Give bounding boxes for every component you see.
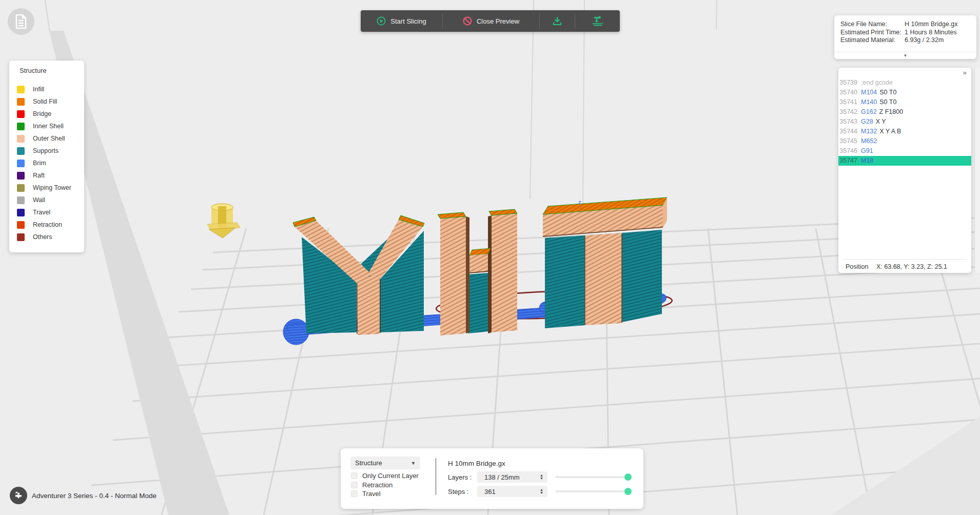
legend-item: Supports: [9, 145, 84, 157]
gcode-command: M104: [861, 88, 877, 97]
legend-swatch: [17, 147, 25, 155]
machine-status-text: Adventurer 3 Series - 0.4 - Normal Mode: [32, 492, 156, 500]
legend-label: Others: [33, 233, 52, 241]
gcode-line[interactable]: 35744 M132 X Y A B: [838, 127, 971, 136]
gcode-args: X Y: [876, 117, 886, 127]
steps-slider[interactable]: [555, 490, 630, 492]
gcode-line-selected[interactable]: 35747 M18: [838, 156, 971, 166]
loaded-file-name: H 10mm Bridge.gx: [448, 460, 505, 467]
play-circle-icon: [377, 16, 386, 26]
gcode-line-number: 35741: [838, 97, 861, 107]
checkbox-only-current-layer[interactable]: Only Current Layer: [351, 472, 419, 480]
legend-label: Raft: [33, 172, 45, 179]
legend-label: Supports: [33, 147, 58, 154]
info-row: Estimated Print Time: 1 Hours 8 Minutes: [840, 29, 976, 37]
expand-panel-button[interactable]: »: [963, 69, 967, 76]
gcode-command: M140: [861, 97, 877, 107]
start-slicing-button[interactable]: Start Slicing: [361, 10, 442, 32]
gcode-line-number: 35746: [838, 146, 861, 156]
checkbox[interactable]: [351, 482, 358, 488]
position-value: X: 63.68, Y: 3.23, Z: 25.1: [876, 263, 947, 270]
slice-info-panel: Slice File Name: H 10mm Bridge.gx Estima…: [834, 15, 976, 59]
view-mode-dropdown[interactable]: Structure ▼: [350, 457, 420, 469]
checkbox[interactable]: [351, 472, 358, 479]
gcode-args: S0 T0: [879, 97, 896, 107]
gcode-args: Z F1800: [879, 107, 904, 117]
legend-swatch: [17, 221, 25, 229]
gcode-line[interactable]: 35741 M140 S0 T0: [838, 97, 971, 107]
legend-item: Wall: [9, 194, 84, 206]
position-readout: Position X: 63.68, Y: 3.23, Z: 25.1: [846, 263, 969, 270]
legend-label: Wall: [33, 196, 45, 204]
legend-swatch: [17, 184, 25, 192]
checkbox-retraction[interactable]: Retraction: [351, 481, 393, 489]
checkbox-label: Retraction: [362, 481, 393, 489]
legend-label: Infill: [33, 86, 44, 93]
divider: [844, 259, 966, 260]
gcode-list-panel: » 35739 ;end gcode 35740 M104 S0 T0 3574…: [838, 68, 971, 273]
checkbox-travel[interactable]: Travel: [351, 490, 381, 498]
chevron-down-icon: ▼: [411, 461, 416, 466]
layers-control-row: Layers : 138 / 25mm ▲ ▼: [448, 471, 638, 483]
build-preview-viewport[interactable]: z: [0, 0, 980, 515]
legend-item: Brim: [9, 157, 84, 169]
legend-item: Infill: [9, 83, 84, 95]
legend-title: Structure: [19, 67, 47, 74]
steps-spinner[interactable]: 361 ▲ ▼: [477, 486, 547, 497]
gcode-line[interactable]: 35739 ;end gcode: [838, 78, 971, 88]
layers-slider-knob[interactable]: [624, 473, 632, 481]
gcode-line-number: 35747: [838, 156, 861, 166]
legend-label: Outer Shell: [33, 135, 65, 142]
gcode-command: G28: [861, 117, 873, 127]
checkbox[interactable]: [351, 490, 358, 497]
gcode-line-number: 35739: [838, 78, 861, 88]
info-label: Estimated Material:: [840, 36, 905, 45]
layers-spinner[interactable]: 138 / 25mm ▲ ▼: [477, 471, 547, 483]
gcode-line[interactable]: 35742 G162 Z F1800: [838, 107, 971, 117]
gcode-line[interactable]: 35743 G28 X Y: [838, 117, 971, 127]
gcode-args: S0 T0: [879, 88, 896, 97]
view-mode-value: Structure: [355, 459, 411, 467]
legend-item: Wiping Tower: [9, 182, 84, 194]
legend-label: Wiping Tower: [33, 184, 71, 191]
legend-label: Inner Shell: [33, 123, 64, 130]
legend-swatch: [17, 135, 25, 143]
steps-control-row: Steps : 361 ▲ ▼: [448, 486, 638, 497]
gcode-command: M132: [861, 127, 877, 136]
layers-slider[interactable]: [555, 476, 630, 478]
gcode-line[interactable]: 35746 G91: [838, 146, 971, 156]
legend-label: Retraction: [33, 221, 62, 228]
export-gcode-button[interactable]: [540, 10, 575, 32]
checkbox-label: Travel: [362, 490, 381, 498]
checkbox-label: Only Current Layer: [362, 472, 419, 480]
legend-swatch: [17, 209, 25, 216]
gcode-line-number: 35740: [838, 88, 861, 97]
legend-label: Travel: [33, 209, 50, 216]
chevron-down-icon: ▼: [904, 53, 908, 58]
legend-label: Bridge: [33, 110, 51, 117]
machine-type-button[interactable]: [10, 487, 27, 504]
gcode-line[interactable]: 35745 M652: [838, 136, 971, 146]
info-row: Slice File Name: H 10mm Bridge.gx: [840, 21, 976, 29]
download-icon: [552, 16, 562, 26]
gcode-line[interactable]: 35740 M104 S0 T0: [838, 88, 971, 97]
send-to-printer-button[interactable]: [575, 10, 620, 32]
collapse-info-button[interactable]: ▼: [834, 52, 976, 59]
position-label: Position: [846, 263, 868, 270]
spin-down-icon[interactable]: ▼: [540, 477, 543, 480]
gcode-line-number: 35743: [838, 117, 861, 127]
spin-down-icon[interactable]: ▼: [540, 491, 543, 494]
preview-toolbar: Start Slicing Close Preview: [361, 10, 620, 32]
legend-swatch: [17, 123, 25, 130]
steps-slider-knob[interactable]: [624, 488, 632, 495]
legend-swatch: [17, 86, 25, 93]
gcode-command: G162: [861, 107, 877, 117]
close-preview-button[interactable]: Close Preview: [443, 10, 539, 32]
gcode-command: ;end gcode: [861, 78, 893, 88]
gcode-command: G91: [861, 146, 873, 156]
legend-item: Inner Shell: [9, 120, 84, 132]
legend-item: Outer Shell: [9, 132, 84, 145]
legend-item: Solid Fill: [9, 95, 84, 108]
gcode-lines: 35739 ;end gcode 35740 M104 S0 T0 35741 …: [838, 78, 971, 166]
file-menu-button[interactable]: [8, 8, 34, 35]
